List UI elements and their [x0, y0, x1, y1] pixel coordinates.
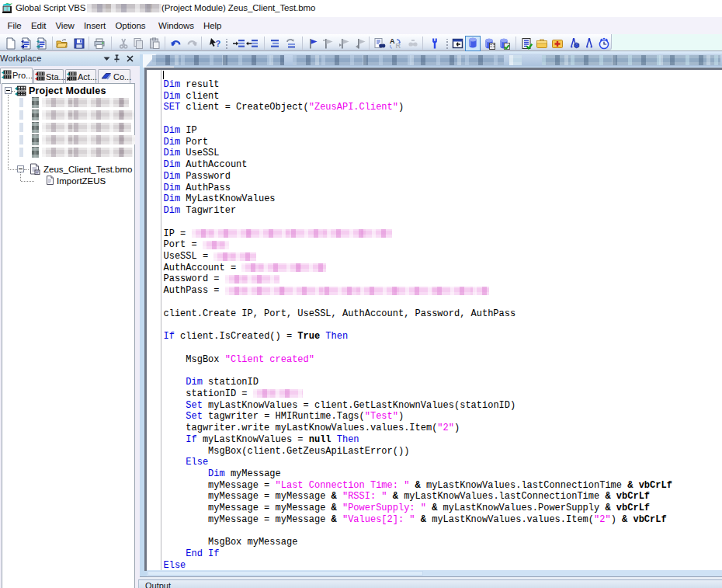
svg-text:?: ?: [216, 39, 221, 48]
svg-text:A: A: [390, 37, 395, 45]
svg-text:R: R: [396, 42, 401, 50]
